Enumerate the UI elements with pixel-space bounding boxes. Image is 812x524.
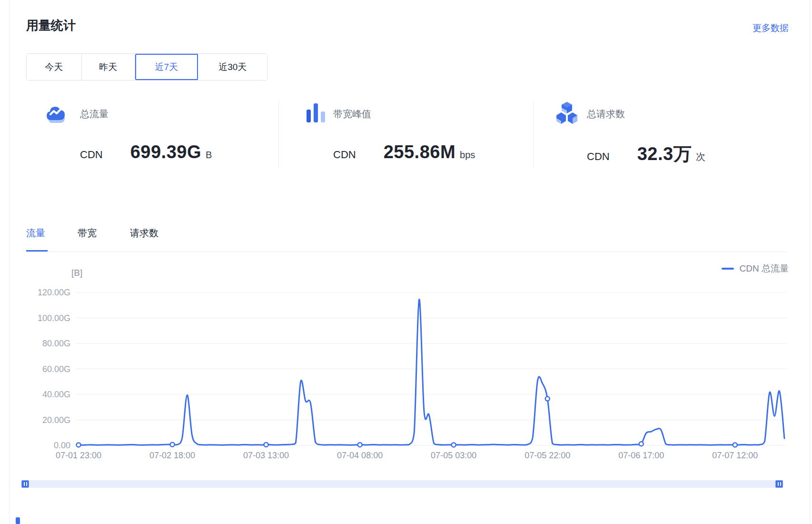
- y-axis-label: 40.00G: [18, 389, 70, 400]
- y-axis-label: 0.00: [18, 440, 70, 451]
- datazoom-left-handle[interactable]: [21, 480, 29, 488]
- x-axis-label: 07-06 17:00: [618, 451, 664, 461]
- y-axis-label: 80.00G: [18, 338, 70, 349]
- x-axis-label: 07-04 08:00: [337, 451, 383, 461]
- y-axis-label: 20.00G: [18, 415, 70, 425]
- y-axis-label: 100.00G: [18, 313, 70, 323]
- x-axis-label: 07-07 12:00: [712, 451, 758, 461]
- x-axis-label: 07-03 13:00: [243, 451, 289, 461]
- x-axis-label: 07-01 23:00: [56, 451, 101, 461]
- y-axis-label: 60.00G: [18, 364, 70, 374]
- x-axis-label: 07-05 22:00: [525, 451, 570, 461]
- y-axis-label: 120.00G: [18, 287, 70, 298]
- datazoom-track[interactable]: [21, 480, 783, 488]
- next-section-accent-fragment: [16, 517, 20, 524]
- x-axis-label: 07-02 18:00: [149, 451, 195, 461]
- x-axis-label: 07-05 03:00: [431, 451, 476, 461]
- usage-stats-panel: 用量统计 更多数据 今天 昨天 近7天 近30天 总流量 CDN 699.39G…: [0, 0, 812, 524]
- datazoom-right-handle[interactable]: [775, 480, 783, 488]
- traffic-line-chart: [0, 0, 812, 524]
- range-tab-last7days[interactable]: 近7天: [135, 54, 198, 80]
